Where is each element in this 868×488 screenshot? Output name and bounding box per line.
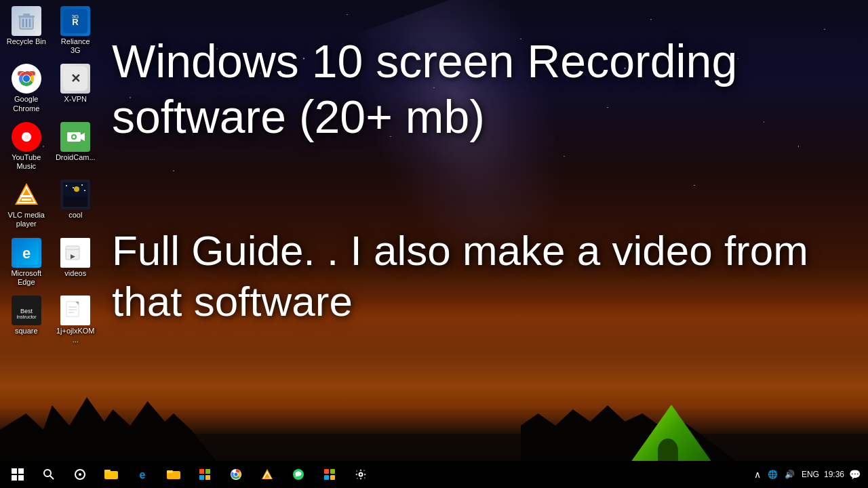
google-chrome-label: Google Chrome [6, 95, 47, 113]
tent [624, 394, 719, 462]
time-display: 19:36 [824, 469, 844, 481]
microsoft-edge-icon[interactable]: e Microsoft Edge [3, 235, 50, 289]
svg-rect-31 [22, 199, 31, 201]
store-taskbar[interactable] [190, 461, 220, 488]
taskbar-left: e [0, 461, 376, 488]
svg-rect-68 [205, 469, 210, 474]
tray-arrow[interactable]: ∧ [752, 468, 763, 481]
microsoft-edge-label: Microsoft Edge [6, 269, 47, 287]
volume-icon[interactable]: 🔊 [783, 468, 797, 481]
reliance-3g-label: Reliance 3G [56, 37, 96, 55]
svg-rect-81 [330, 475, 335, 480]
videos-icon[interactable]: ▶ videos [53, 235, 99, 289]
vlc-taskbar[interactable] [252, 461, 282, 488]
settings-taskbar[interactable] [346, 461, 376, 488]
svg-rect-80 [324, 475, 329, 480]
file-1j-label: 1j+ojlxKOM... [56, 327, 96, 344]
svg-text:Best: Best [20, 308, 33, 314]
recycle-bin-label: Recycle Bin [7, 37, 46, 46]
search-button[interactable] [34, 461, 64, 488]
reliance-3g-icon[interactable]: R 3G Reliance 3G [53, 3, 99, 58]
folder-taskbar[interactable] [159, 461, 189, 488]
svg-point-26 [73, 136, 75, 138]
svg-rect-1 [18, 16, 35, 18]
svg-text:e: e [140, 469, 146, 481]
svg-rect-30 [20, 195, 33, 197]
svg-rect-49 [66, 302, 79, 317]
svg-point-82 [359, 473, 363, 476]
svg-rect-70 [205, 475, 210, 480]
cool-folder-icon[interactable]: cool [53, 177, 99, 231]
svg-rect-63 [104, 470, 111, 472]
taskbar: e [0, 461, 868, 488]
language-indicator[interactable]: ENG [800, 468, 821, 481]
overlay-text: Windows 10 screen Recording software (20… [112, 34, 834, 327]
notification-icon[interactable]: 💬 [847, 468, 863, 481]
svg-rect-2 [23, 14, 30, 16]
svg-text:✕: ✕ [71, 72, 81, 85]
svg-text:e: e [22, 245, 31, 262]
tent-door [658, 439, 678, 462]
svg-rect-33 [63, 196, 87, 207]
youtube-music-label: YouTube Music [6, 153, 47, 171]
whatsapp-taskbar[interactable] [283, 461, 313, 488]
file-explorer-taskbar[interactable] [96, 461, 126, 488]
recycle-bin-icon[interactable]: Recycle Bin [3, 3, 50, 58]
svg-point-37 [81, 184, 83, 186]
svg-point-58 [44, 470, 51, 476]
x-vpn-label: X-VPN [64, 95, 87, 104]
svg-point-35 [66, 185, 67, 186]
droidcam-label: DroidCam... [56, 153, 96, 162]
svg-rect-55 [18, 468, 24, 474]
svg-line-59 [50, 476, 54, 479]
svg-rect-78 [324, 469, 329, 474]
svg-rect-67 [199, 469, 204, 474]
svg-rect-69 [199, 475, 204, 480]
svg-rect-57 [18, 475, 24, 481]
droidcam-icon[interactable]: DroidCam... [53, 119, 99, 174]
youtube-music-icon[interactable]: YouTube Music [3, 119, 50, 174]
desktop-icons: Recycle Bin R 3G Reliance 3G [0, 0, 102, 447]
square-label: square [15, 327, 38, 336]
svg-rect-79 [330, 469, 335, 474]
taskbar-right: ∧ 🌐 🔊 ENG 19:36 💬 [752, 468, 868, 481]
svg-point-36 [73, 187, 74, 188]
vlc-icon[interactable]: VLC media player [3, 177, 50, 231]
vlc-label: VLC media player [6, 211, 47, 228]
svg-rect-54 [12, 468, 17, 474]
file-icon[interactable]: 1j+ojlxKOM... [53, 293, 99, 347]
svg-point-34 [74, 186, 79, 192]
svg-point-38 [84, 190, 85, 191]
svg-text:▶: ▶ [71, 253, 75, 260]
chrome-taskbar[interactable] [221, 461, 251, 488]
google-chrome-icon[interactable]: Google Chrome [3, 61, 50, 115]
square-icon[interactable]: Best Instructor square [3, 293, 50, 347]
start-button[interactable] [3, 461, 33, 488]
photos-taskbar[interactable] [315, 461, 344, 488]
x-vpn-icon[interactable]: ✕ X-VPN [53, 61, 99, 115]
desktop: Windows 10 screen Recording software (20… [0, 0, 868, 488]
svg-point-73 [235, 473, 238, 476]
edge-taskbar[interactable]: e [127, 461, 157, 488]
videos-label: videos [64, 269, 86, 278]
cool-label: cool [68, 211, 82, 220]
svg-rect-56 [12, 475, 17, 481]
video-subtitle: Full Guide. . I also make a video from t… [112, 226, 834, 327]
svg-rect-66 [167, 470, 173, 473]
clock[interactable]: 19:36 [824, 469, 844, 481]
video-title: Windows 10 screen Recording software (20… [112, 34, 834, 144]
svg-text:Instructor: Instructor [16, 314, 37, 319]
task-view-button[interactable] [65, 461, 95, 488]
svg-point-15 [23, 75, 30, 82]
svg-text:3G: 3G [72, 14, 79, 20]
network-icon[interactable]: 🌐 [766, 468, 780, 481]
svg-point-61 [79, 473, 81, 476]
